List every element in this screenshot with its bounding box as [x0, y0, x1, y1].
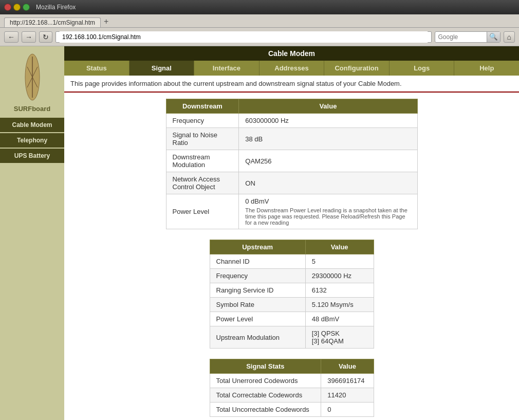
address-input[interactable] [59, 31, 428, 43]
forward-button[interactable]: → [22, 31, 36, 43]
us-value-symbol-rate: 5.120 Msym/s [305, 298, 374, 312]
stats-value-uncorrectable: 0 [321, 403, 374, 417]
sidebar: SURFboard Cable Modem Telephony UPS Batt… [0, 46, 64, 420]
table-row: Ranging Service ID 6132 [210, 283, 374, 298]
back-button[interactable]: ← [4, 31, 18, 43]
table-row: Total Uncorrectable Codewords 0 [210, 403, 374, 417]
us-value-frequency: 29300000 Hz [305, 269, 374, 283]
table-row: Downstream Modulation QAM256 [166, 150, 417, 172]
downstream-table: Downstream Value Frequency 603000000 Hz … [166, 99, 418, 229]
logo-text: SURFboard [14, 105, 51, 113]
surfboard-logo [17, 51, 48, 103]
browser-tab[interactable]: http://192.168...1/cmSignal.htm [4, 17, 101, 27]
us-value-power: 48 dBmV [305, 312, 374, 326]
table-row: Symbol Rate 5.120 Msym/s [210, 298, 374, 312]
main-layout: SURFboard Cable Modem Telephony UPS Batt… [0, 46, 519, 420]
downstream-value-header: Value [239, 99, 417, 114]
table-row: Frequency 603000000 Hz [166, 114, 417, 128]
stats-col-header: Signal Stats [210, 359, 321, 374]
table-row: Network Access Control Object ON [166, 172, 417, 194]
signal-stats-table: Signal Stats Value Total Unerrored Codew… [210, 359, 374, 417]
table-row: Total Unerrored Codewords 3966916174 [210, 374, 374, 388]
minimize-button[interactable] [13, 4, 21, 11]
ds-label-power: Power Level [166, 194, 239, 229]
tables-container: Downstream Value Frequency 603000000 Hz … [64, 99, 519, 420]
stats-label-uncorrectable: Total Uncorrectable Codewords [210, 403, 321, 417]
tab-status[interactable]: Status [64, 61, 129, 76]
downstream-col-header: Downstream [166, 99, 239, 114]
table-row: Power Level 48 dBmV [210, 312, 374, 326]
us-value-ranging: 6132 [305, 283, 374, 298]
ds-value-modulation: QAM256 [239, 150, 417, 172]
address-bar: ← → ↻ 🔍 ⌂ [0, 28, 519, 46]
sidebar-item-ups-battery[interactable]: UPS Battery [0, 149, 64, 163]
logo-area: SURFboard [14, 51, 51, 113]
table-row: Upstream Modulation [3] QPSK [3] 64QAM [210, 326, 374, 349]
home-button[interactable]: ⌂ [504, 31, 515, 43]
new-tab-button[interactable]: + [101, 16, 112, 27]
ds-value-naco: ON [239, 172, 417, 194]
us-label-power: Power Level [210, 312, 305, 326]
stats-label-correctable: Total Correctable Codewords [210, 388, 321, 403]
tab-addresses[interactable]: Addresses [260, 61, 325, 76]
upstream-table: Upstream Value Channel ID 5 Frequency 29… [210, 240, 374, 349]
reload-button[interactable]: ↻ [39, 31, 52, 43]
window-controls [4, 4, 30, 11]
ds-label-frequency: Frequency [166, 114, 239, 128]
page-description: This page provides information about the… [64, 76, 519, 93]
tab-help[interactable]: Help [454, 61, 519, 76]
sidebar-nav: Cable Modem Telephony UPS Battery [0, 118, 64, 163]
search-input[interactable] [435, 33, 487, 41]
ds-value-power: 0 dBmV The Downstream Power Level readin… [239, 194, 417, 229]
table-row: Total Correctable Codewords 11420 [210, 388, 374, 403]
title-bar: Mozilla Firefox [0, 0, 519, 14]
us-label-symbol-rate: Symbol Rate [210, 298, 305, 312]
search-box: 🔍 [435, 31, 501, 43]
table-row: Signal to Noise Ratio 38 dB [166, 128, 417, 150]
maximize-button[interactable] [23, 4, 30, 11]
table-row: Power Level 0 dBmV The Downstream Power … [166, 194, 417, 229]
content-area: Cable Modem Status Signal Interface Addr… [64, 46, 519, 420]
sidebar-item-telephony[interactable]: Telephony [0, 133, 64, 148]
close-button[interactable] [4, 4, 11, 11]
table-row: Channel ID 5 [210, 254, 374, 269]
tab-configuration[interactable]: Configuration [324, 61, 390, 76]
us-label-ranging: Ranging Service ID [210, 283, 305, 298]
page-header: Cable Modem [64, 46, 519, 61]
ds-value-snr: 38 dB [239, 128, 417, 150]
search-button[interactable]: 🔍 [487, 32, 500, 42]
window-title: Mozilla Firefox [36, 4, 76, 11]
upstream-value-header: Value [305, 240, 374, 254]
power-level-note: The Downstream Power Level reading is a … [245, 207, 411, 226]
stats-value-correctable: 11420 [321, 388, 374, 403]
tab-logs[interactable]: Logs [390, 61, 455, 76]
stats-value-unerrored: 3966916174 [321, 374, 374, 388]
ds-label-snr: Signal to Noise Ratio [166, 128, 239, 150]
sidebar-item-cable-modem[interactable]: Cable Modem [0, 118, 64, 132]
us-label-modulation: Upstream Modulation [210, 326, 305, 349]
tab-signal[interactable]: Signal [129, 61, 195, 76]
us-label-frequency: Frequency [210, 269, 305, 283]
ds-label-modulation: Downstream Modulation [166, 150, 239, 172]
nav-tabs: Status Signal Interface Addresses Config… [64, 61, 519, 76]
table-row: Frequency 29300000 Hz [210, 269, 374, 283]
us-label-channel-id: Channel ID [210, 254, 305, 269]
tab-bar: http://192.168...1/cmSignal.htm + [0, 14, 519, 28]
stats-value-header: Value [321, 359, 374, 374]
us-value-modulation: [3] QPSK [3] 64QAM [305, 326, 374, 349]
stats-label-unerrored: Total Unerrored Codewords [210, 374, 321, 388]
us-value-channel-id: 5 [305, 254, 374, 269]
tab-interface[interactable]: Interface [194, 61, 260, 76]
upstream-col-header: Upstream [210, 240, 305, 254]
ds-value-frequency: 603000000 Hz [239, 114, 417, 128]
ds-label-naco: Network Access Control Object [166, 172, 239, 194]
